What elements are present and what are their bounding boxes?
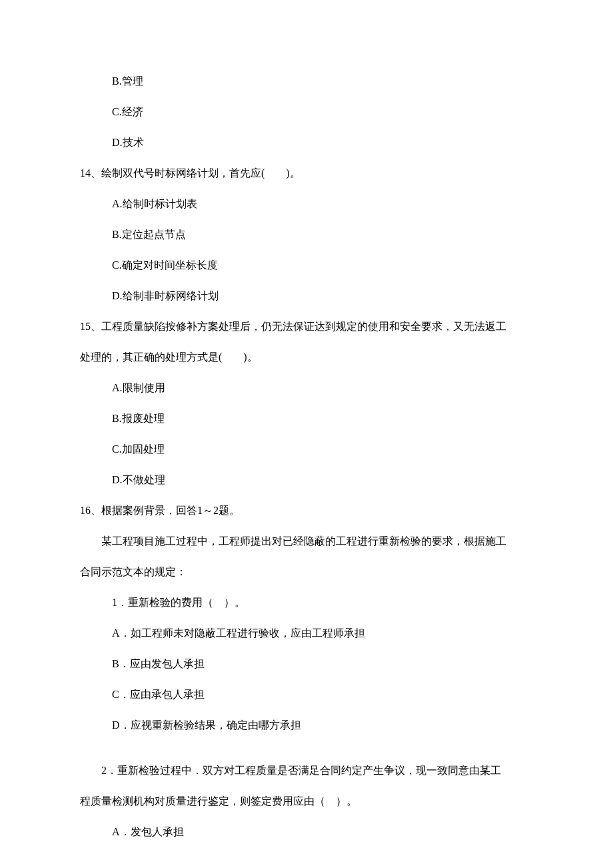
q16-sub1-option-b: B．应由发包人承担 — [112, 656, 533, 672]
q15-stem-line1: 15、工程质量缺陷按修补方案处理后，仍无法保证达到规定的使用和安全要求，又无法返… — [80, 319, 533, 335]
q16-background-line1: 某工程项目施工过程中，工程师提出对已经隐蔽的工程进行重新检验的要求，根据施工 — [80, 533, 533, 549]
q15-option-c: C.加固处理 — [112, 441, 533, 457]
q16-background-line2: 合同示范文本的规定： — [80, 564, 533, 580]
q16-sub1-option-a: A．如工程师未对隐蔽工程进行验收，应由工程师承担 — [112, 625, 533, 641]
document-page: B.管理 C.经济 D.技术 14、绘制双代号时标网络计划，首先应( )。 A.… — [0, 0, 613, 868]
q16-stem: 16、根据案例背景，回答1～2题。 — [80, 503, 533, 519]
q14-option-d: D.给制非时标网络计划 — [112, 288, 533, 304]
q13-option-c: C.经济 — [112, 104, 533, 120]
q15-option-d: D.不做处理 — [112, 472, 533, 488]
q14-option-c: C.确定对时间坐标长度 — [112, 257, 533, 273]
q16-sub1-stem: 1．重新检验的费用（ ）。 — [112, 595, 533, 611]
spacer — [80, 748, 533, 763]
q16-sub1-option-d: D．应视重新检验结果，确定由哪方承担 — [112, 717, 533, 733]
q13-option-b: B.管理 — [112, 73, 533, 89]
q16-sub1-option-c: C．应由承包人承担 — [112, 687, 533, 703]
q15-option-b: B.报废处理 — [112, 411, 533, 427]
q15-option-a: A.限制使用 — [112, 380, 533, 396]
q16-sub2-stem-line1: 2．重新检验过程中．双方对工程质量是否满足合同约定产生争议，现一致同意由某工 — [80, 763, 533, 779]
q16-sub2-option-a: A．发包人承担 — [112, 824, 533, 840]
q14-option-a: A.给制时标计划表 — [112, 196, 533, 212]
q16-sub2-stem-line2: 程质量检测机构对质量进行鉴定，则签定费用应由（ ）。 — [80, 793, 533, 809]
q13-option-d: D.技术 — [112, 135, 533, 151]
q15-stem-line2: 处理的，其正确的处理方式是( )。 — [80, 349, 533, 365]
q14-option-b: B.定位起点节点 — [112, 227, 533, 243]
q14-stem: 14、绘制双代号时标网络计划，首先应( )。 — [80, 165, 533, 181]
